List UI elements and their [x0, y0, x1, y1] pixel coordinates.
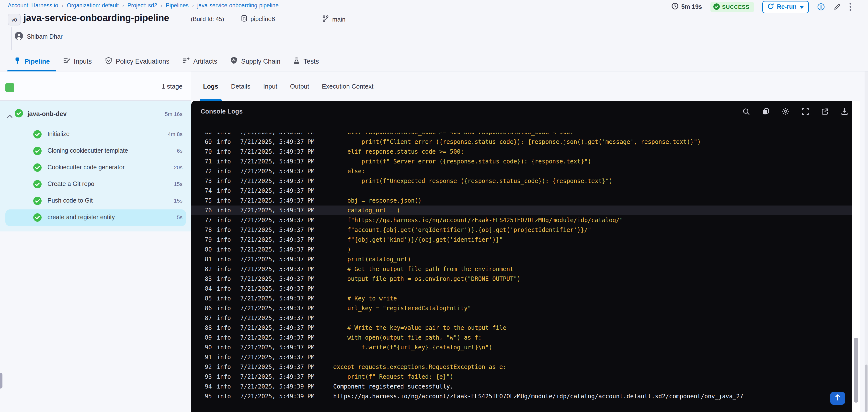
log-level: info [217, 323, 231, 333]
log-message: f.write(f"{url_key}={catalog_url}\n") [333, 343, 492, 352]
breadcrumb-link[interactable]: Organization: default [67, 2, 119, 8]
log-list: 68info7/21/2025, 5:49:37 PM elif respons… [191, 133, 852, 401]
log-row: 90info7/21/2025, 5:49:37 PM f.write(f"{u… [191, 343, 852, 352]
tab-tests[interactable]: Tests [293, 51, 319, 71]
tab-pipeline[interactable]: Pipeline [14, 51, 50, 71]
step-push-code-to-git[interactable]: Push code to Git15s [0, 193, 191, 210]
breadcrumb-separator: › [160, 2, 162, 8]
log-row: 91info7/21/2025, 5:49:37 PM [191, 352, 852, 362]
log-message: catalog_url = ( [333, 205, 401, 215]
log-row: 69info7/21/2025, 5:49:37 PM print(f"Clie… [191, 137, 852, 147]
step-initialize[interactable]: Initialize4m 8s [0, 126, 191, 143]
breadcrumb-separator: › [192, 2, 194, 8]
log-message: elif response.status_code >= 400 and res… [333, 133, 574, 137]
log-link[interactable]: https://qa.harness.io/ng/account/zEaak-F… [354, 217, 620, 224]
supply-chain-icon [230, 56, 238, 66]
log-timestamp: 7/21/2025, 5:49:37 PM [240, 137, 314, 147]
log-scroll-area[interactable]: 68info7/21/2025, 5:49:37 PM elif respons… [191, 133, 852, 412]
rerun-button[interactable]: Re-run [762, 1, 809, 13]
more-options-icon[interactable] [849, 2, 851, 11]
edit-pencil-icon[interactable] [833, 3, 841, 11]
step-name: Push code to Git [48, 197, 93, 204]
log-text: # Write the key=value pair to the output… [333, 324, 506, 331]
settings-icon[interactable] [781, 107, 790, 116]
tree-connector-line [11, 27, 12, 50]
window-scrollbar-track[interactable] [865, 71, 868, 412]
step-name: Cookiecutter code generator [48, 164, 125, 171]
fullscreen-icon[interactable] [802, 107, 809, 115]
log-level: info [217, 293, 231, 304]
repository-icon [241, 15, 248, 24]
step-duration: 20s [174, 164, 183, 170]
window-scrollbar-thumb[interactable] [865, 365, 868, 412]
breadcrumb-link[interactable]: Project: sd2 [127, 2, 157, 8]
tab-label: Supply Chain [241, 58, 281, 65]
log-row: 88info7/21/2025, 5:49:37 PM # Write the … [191, 323, 852, 333]
log-level: info [217, 362, 231, 372]
inputs-icon [63, 57, 70, 66]
panel-tab-execution-context[interactable]: Execution Context [322, 71, 374, 101]
caret-down-icon [800, 3, 804, 10]
log-message: # Key to write [333, 293, 397, 304]
panel-tab-input[interactable]: Input [263, 71, 277, 101]
main-tab-bar: PipelineInputsPolicy EvaluationsArtifact… [0, 51, 868, 71]
chevron-up-icon[interactable] [7, 112, 13, 120]
log-line-number: 83 [194, 274, 212, 284]
log-message: https://qa.harness.io/ng/account/zEaak-F… [333, 391, 743, 401]
step-create-and-register-entity[interactable]: create and register entity5s [0, 210, 191, 226]
breadcrumb-link[interactable]: java-service-onboarding-pipeline [197, 2, 278, 8]
log-row: 76info7/21/2025, 5:49:37 PM catalog_url … [191, 205, 852, 215]
log-level: info [217, 313, 231, 323]
log-line-number: 82 [194, 264, 212, 274]
log-row: 73info7/21/2025, 5:49:37 PM print(f"Unex… [191, 176, 852, 186]
log-level: info [217, 264, 231, 274]
tab-supply-chain[interactable]: Supply Chain [230, 51, 281, 71]
log-timestamp: 7/21/2025, 5:49:37 PM [240, 196, 314, 205]
branch-group[interactable]: main [322, 15, 345, 24]
log-message: # Write the key=value pair to the output… [333, 323, 506, 333]
tab-policy-evaluations[interactable]: Policy Evaluations [104, 51, 169, 71]
log-line-number: 78 [194, 225, 212, 235]
log-row: 93info7/21/2025, 5:49:37 PM print(f" Req… [191, 372, 852, 382]
log-link[interactable]: https://qa.harness.io/ng/account/zEaak-F… [333, 393, 743, 400]
log-text: print(f"Unexpected response ({response.s… [333, 178, 613, 185]
download-icon[interactable] [841, 107, 848, 115]
log-line-number: 94 [194, 382, 212, 391]
log-scrollbar-track[interactable] [852, 101, 860, 412]
console-toolbar [742, 107, 848, 116]
step-create-a-git-repo[interactable]: Create a Git repo15s [0, 176, 191, 193]
log-message: f"{obj.get('kind')}/{obj.get('identifier… [333, 235, 503, 245]
log-row: 72info7/21/2025, 5:49:37 PM else: [191, 166, 852, 176]
main-tabs: PipelineInputsPolicy EvaluationsArtifact… [14, 51, 319, 71]
tab-inputs[interactable]: Inputs [63, 51, 92, 71]
log-timestamp: 7/21/2025, 5:49:37 PM [240, 215, 314, 225]
breadcrumb-link[interactable]: Account: Harness.io [8, 2, 58, 8]
log-timestamp: 7/21/2025, 5:49:37 PM [240, 352, 314, 362]
panel-resize-handle[interactable] [0, 373, 2, 388]
log-line-number: 71 [194, 157, 212, 166]
log-row: 79info7/21/2025, 5:49:37 PM f"{obj.get('… [191, 235, 852, 245]
scroll-to-top-button[interactable] [830, 392, 845, 405]
step-duration: 15s [174, 198, 183, 203]
tab-label: Inputs [74, 58, 92, 65]
step-duration: 4m 8s [168, 131, 183, 137]
log-scrollbar-thumb[interactable] [854, 338, 858, 403]
tab-artifacts[interactable]: Artifacts [182, 51, 217, 71]
panel-tab-output[interactable]: Output [290, 71, 309, 101]
panel-tab-logs[interactable]: Logs [203, 71, 218, 101]
step-cloning-cookiecutter-template[interactable]: Cloning cookiecutter template6s [0, 143, 191, 160]
log-text: print(f"Client error ({response.status_c… [333, 138, 701, 145]
log-row: 92info7/21/2025, 5:49:37 PMexcept reques… [191, 362, 852, 372]
log-timestamp: 7/21/2025, 5:49:37 PM [240, 166, 314, 176]
step-success-icon [33, 163, 41, 174]
breadcrumb-link[interactable]: Pipelines [166, 2, 189, 8]
open-in-new-icon[interactable] [821, 107, 829, 115]
info-icon[interactable] [817, 3, 825, 11]
search-icon[interactable] [742, 107, 750, 115]
stage-header[interactable]: java-onb-dev 5m 16s [0, 105, 191, 123]
repo-group[interactable]: pipeline8 [241, 15, 275, 24]
stage-divider [8, 124, 183, 124]
panel-tab-details[interactable]: Details [231, 71, 250, 101]
copy-icon[interactable] [762, 107, 770, 115]
step-cookiecutter-code-generator[interactable]: Cookiecutter code generator20s [0, 160, 191, 176]
